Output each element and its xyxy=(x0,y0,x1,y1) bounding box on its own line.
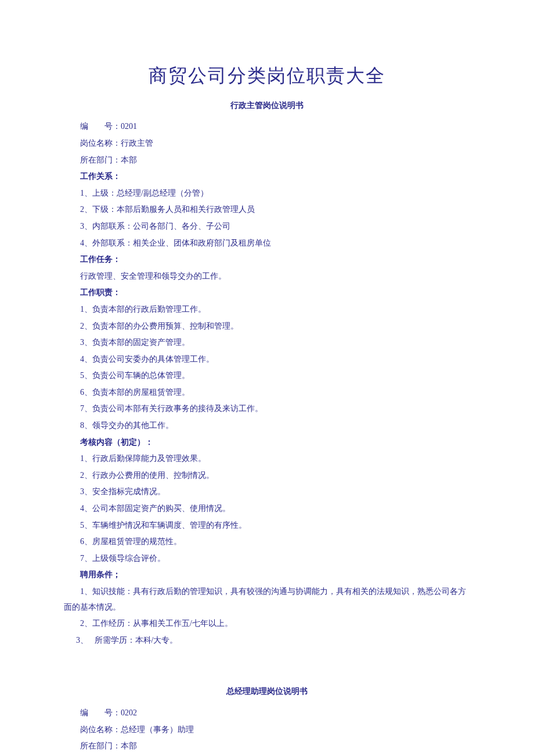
job1-rel-heading: 工作关系： xyxy=(64,169,470,185)
job1-assess-item: 6、房屋租赁管理的规范性。 xyxy=(64,534,470,550)
job1-task-text: 行政管理、安全管理和领导交办的工作。 xyxy=(64,269,470,285)
job2-code-value: 0202 xyxy=(121,708,137,717)
job1-name-value: 行政主管 xyxy=(121,139,153,147)
job1-employ-item-3: 3、 所需学历：本科/大专。 xyxy=(76,633,470,649)
job1-assess-item: 2、行政办公费用的使用、控制情况。 xyxy=(64,468,470,484)
job1-employ-item: 2、工作经历：从事相关工作五/七年以上。 xyxy=(64,616,470,632)
job1-assess-item: 7、上级领导综合评价。 xyxy=(64,551,470,567)
job2-dept-label: 所在部门： xyxy=(80,741,121,750)
job1-code: 编 号：0201 xyxy=(64,119,470,135)
section-spacer xyxy=(64,649,470,684)
job1-employ-item-3-num: 3、 xyxy=(76,633,92,649)
job1-dept-label: 所在部门： xyxy=(80,156,121,164)
job1-duty-item: 3、负责本部的固定资产管理。 xyxy=(64,335,470,351)
job1-assess-item: 1、行政后勤保障能力及管理效果。 xyxy=(64,451,470,467)
job1-duty-item: 6、负责本部的房屋租赁管理。 xyxy=(64,385,470,401)
job1-duty-item: 2、负责本部的办公费用预算、控制和管理。 xyxy=(64,319,470,334)
job2-code-label: 编 号： xyxy=(80,708,121,717)
job1-rel-item: 3、内部联系：公司各部门、各分、子公司 xyxy=(64,219,470,235)
job2-code: 编 号：0202 xyxy=(64,705,470,721)
job1-dept-value: 本部 xyxy=(121,156,137,164)
job1-duty-item: 4、负责公司安委办的具体管理工作。 xyxy=(64,352,470,368)
main-title: 商贸公司分类岗位职责大全 xyxy=(64,58,470,93)
job1-rel-item: 1、上级：总经理/副总经理（分管） xyxy=(64,186,470,201)
job1-employ-item-3-text: 所需学历：本科/大专。 xyxy=(95,636,178,645)
job1-assess-item: 3、安全指标完成情况。 xyxy=(64,484,470,500)
job1-employ-item: 1、知识技能：具有行政后勤的管理知识，具有较强的沟通与协调能力，具有相关的法规知… xyxy=(64,584,470,615)
job1-code-label: 编 号： xyxy=(80,122,121,131)
job2-subtitle: 总经理助理岗位说明书 xyxy=(64,684,470,700)
job1-duty-heading: 工作职责： xyxy=(64,285,470,301)
job1-name: 岗位名称：行政主管 xyxy=(64,136,470,152)
job1-assess-item: 5、车辆维护情况和车辆调度、管理的有序性。 xyxy=(64,518,470,534)
job2-dept-value: 本部 xyxy=(121,741,137,750)
job2-name-value: 总经理（事务）助理 xyxy=(121,725,194,734)
job1-name-label: 岗位名称： xyxy=(80,139,121,147)
job1-assess-heading: 考核内容（初定）： xyxy=(64,435,470,451)
job1-duty-item: 8、领导交办的其他工作。 xyxy=(64,418,470,434)
job1-employ-heading: 聘用条件； xyxy=(64,567,470,583)
job1-code-value: 0201 xyxy=(121,122,137,131)
job1-rel-item: 4、外部联系：相关企业、团体和政府部门及租房单位 xyxy=(64,236,470,251)
job2-name-label: 岗位名称： xyxy=(80,725,121,734)
job1-rel-item: 2、下级：本部后勤服务人员和相关行政管理人员 xyxy=(64,202,470,218)
job1-subtitle: 行政主管岗位说明书 xyxy=(64,98,470,114)
job1-dept: 所在部门：本部 xyxy=(64,153,470,168)
job1-assess-item: 4、公司本部固定资产的购买、使用情况。 xyxy=(64,501,470,517)
job1-duty-item: 1、负责本部的行政后勤管理工作。 xyxy=(64,302,470,318)
job1-duty-item: 7、负责公司本部有关行政事务的接待及来访工作。 xyxy=(64,401,470,417)
job1-task-heading: 工作任务： xyxy=(64,252,470,268)
job2-dept: 所在部门：本部 xyxy=(64,739,470,754)
job2-name: 岗位名称：总经理（事务）助理 xyxy=(64,722,470,738)
job1-duty-item: 5、负责公司车辆的总体管理。 xyxy=(64,368,470,384)
